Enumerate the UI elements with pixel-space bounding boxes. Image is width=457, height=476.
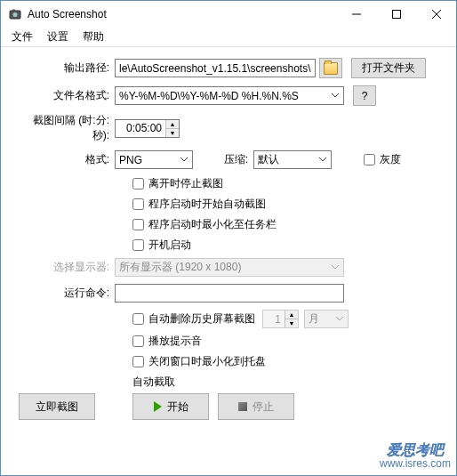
history-count-input <box>263 311 285 327</box>
select-display-combo: 所有显示器 (1920 x 1080) <box>115 258 344 277</box>
select-display-value: 所有显示器 (1920 x 1080) <box>119 260 241 275</box>
chevron-down-icon <box>333 317 346 321</box>
format-combo[interactable]: PNG <box>115 150 193 169</box>
start-on-launch-label: 程序启动时开始自动截图 <box>148 197 266 212</box>
minimize-to-tray-checkbox[interactable] <box>132 356 144 367</box>
compress-value: 默认 <box>258 152 279 167</box>
filename-help-button[interactable]: ? <box>353 85 376 106</box>
menubar: 文件 设置 帮助 <box>1 28 456 47</box>
chevron-down-icon <box>178 157 190 162</box>
maximize-button[interactable] <box>376 1 416 28</box>
start-with-os-checkbox[interactable] <box>132 239 144 251</box>
play-sound-label: 播放提示音 <box>148 334 202 349</box>
play-sound-checkbox[interactable] <box>132 335 144 347</box>
stop-button: 停止 <box>218 393 294 420</box>
svg-point-1 <box>13 12 18 17</box>
output-path-label: 输出路径: <box>17 61 115 76</box>
window-controls <box>336 1 456 28</box>
output-path-input[interactable] <box>115 59 316 77</box>
interval-label: 截图间隔 (时:分:秒): <box>17 113 115 143</box>
format-label: 格式: <box>17 152 115 167</box>
browse-folder-button[interactable] <box>319 58 342 78</box>
chevron-down-icon <box>329 265 341 270</box>
screenshot-now-button[interactable]: 立即截图 <box>19 393 95 420</box>
select-display-label: 选择显示器: <box>17 260 115 275</box>
auto-capture-label: 自动截取 <box>132 375 440 390</box>
minimize-button[interactable] <box>336 1 376 28</box>
auto-delete-label: 自动删除历史屏幕截图 <box>148 311 255 327</box>
spinner-buttons[interactable]: ▲▼ <box>165 120 179 137</box>
folder-icon <box>324 62 338 75</box>
interval-input[interactable] <box>116 120 165 137</box>
grayscale-checkbox[interactable] <box>364 154 375 165</box>
watermark-url: www.isres.com <box>380 458 451 470</box>
minimize-on-launch-checkbox[interactable] <box>132 219 144 230</box>
spinner-buttons: ▲▼ <box>285 311 298 327</box>
minimize-on-launch-label: 程序启动时最小化至任务栏 <box>148 217 277 232</box>
watermark-title: 爱思考吧 <box>380 442 451 458</box>
filename-format-combo[interactable]: %Y-%M-%D\%Y-%M-%D %H.%N.%S <box>115 86 344 105</box>
svg-rect-2 <box>12 10 15 12</box>
chevron-down-icon <box>329 93 341 98</box>
content: 输出路径: 打开文件夹 文件名格式: %Y-%M-%D\%Y-%M-%D %H.… <box>1 47 456 427</box>
stop-on-leave-label: 离开时停止截图 <box>148 176 223 191</box>
format-value: PNG <box>119 154 142 166</box>
grayscale-label: 灰度 <box>380 152 401 167</box>
filename-format-value: %Y-%M-%D\%Y-%M-%D %H.%N.%S <box>119 90 299 102</box>
minimize-to-tray-label: 关闭窗口时最小化到托盘 <box>148 354 266 369</box>
start-button[interactable]: 开始 <box>132 393 209 420</box>
filename-format-label: 文件名格式: <box>17 88 115 103</box>
menu-file[interactable]: 文件 <box>4 27 40 47</box>
history-unit-combo: 月 <box>304 310 349 328</box>
chevron-down-icon <box>317 157 329 162</box>
start-with-os-label: 开机启动 <box>148 238 191 253</box>
stop-icon <box>238 402 247 411</box>
close-button[interactable] <box>416 1 456 28</box>
history-unit-value: 月 <box>309 311 319 327</box>
open-folder-button[interactable]: 打开文件夹 <box>351 58 426 78</box>
run-command-input[interactable] <box>115 284 344 303</box>
auto-delete-checkbox[interactable] <box>132 313 144 325</box>
play-icon <box>154 401 162 412</box>
compress-combo[interactable]: 默认 <box>253 150 332 169</box>
svg-rect-4 <box>392 11 400 19</box>
run-command-label: 运行命令: <box>17 286 115 301</box>
stop-on-leave-checkbox[interactable] <box>132 178 144 190</box>
menu-settings[interactable]: 设置 <box>40 27 76 47</box>
watermark: 爱思考吧 www.isres.com <box>380 442 451 470</box>
titlebar: Auto Screenshot <box>1 1 456 28</box>
interval-spinner[interactable]: ▲▼ <box>115 119 180 138</box>
app-icon <box>8 7 22 21</box>
history-count-spinner: ▲▼ <box>262 310 299 328</box>
compress-label: 压缩: <box>193 152 253 167</box>
menu-help[interactable]: 帮助 <box>76 27 111 47</box>
window-title: Auto Screenshot <box>28 8 336 20</box>
start-on-launch-checkbox[interactable] <box>132 198 144 210</box>
